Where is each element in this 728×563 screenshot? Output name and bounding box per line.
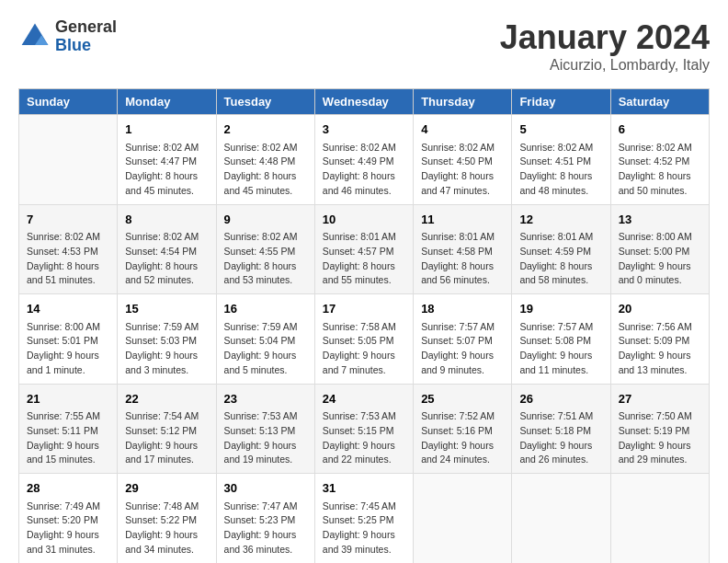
day-number: 18 [421,300,504,318]
day-info: Sunrise: 8:00 AMSunset: 5:00 PMDaylight:… [619,230,701,288]
day-info: Sunrise: 7:54 AMSunset: 5:12 PMDaylight:… [125,409,208,467]
day-info: Sunrise: 7:59 AMSunset: 5:04 PMDaylight:… [224,320,307,378]
calendar-cell: 3Sunrise: 8:02 AMSunset: 4:49 PMDaylight… [314,115,413,205]
calendar-cell: 9Sunrise: 8:02 AMSunset: 4:55 PMDaylight… [216,204,314,294]
day-info: Sunrise: 7:53 AMSunset: 5:15 PMDaylight:… [323,409,405,467]
day-info: Sunrise: 8:00 AMSunset: 5:01 PMDaylight:… [27,320,109,378]
day-number: 30 [224,479,307,498]
calendar-cell: 19Sunrise: 7:57 AMSunset: 5:08 PMDayligh… [512,294,610,385]
day-number: 27 [619,390,701,408]
calendar-cell: 30Sunrise: 7:47 AMSunset: 5:23 PMDayligh… [216,474,314,564]
calendar-week-1: 1Sunrise: 8:02 AMSunset: 4:47 PMDaylight… [19,115,710,205]
day-number: 29 [125,479,208,498]
calendar-cell: 4Sunrise: 8:02 AMSunset: 4:50 PMDaylight… [414,115,512,205]
day-number: 16 [224,300,307,318]
day-info: Sunrise: 7:58 AMSunset: 5:05 PMDaylight:… [323,320,405,378]
day-number: 1 [125,121,208,139]
day-number: 3 [323,121,405,139]
calendar-week-3: 14Sunrise: 8:00 AMSunset: 5:01 PMDayligh… [19,294,710,385]
day-number: 12 [519,211,602,229]
day-number: 8 [125,211,208,229]
calendar-cell: 16Sunrise: 7:59 AMSunset: 5:04 PMDayligh… [216,294,314,385]
day-number: 14 [27,300,109,318]
calendar-cell [19,115,118,205]
day-number: 20 [619,300,701,318]
day-number: 17 [323,300,405,318]
day-number: 10 [323,211,405,229]
weekday-header-monday: Monday [118,89,216,115]
day-info: Sunrise: 7:48 AMSunset: 5:22 PMDaylight:… [125,500,208,557]
day-number: 11 [421,211,504,229]
calendar-cell: 23Sunrise: 7:53 AMSunset: 5:13 PMDayligh… [216,384,314,474]
day-info: Sunrise: 8:01 AMSunset: 4:58 PMDaylight:… [421,230,504,288]
calendar-cell: 7Sunrise: 8:02 AMSunset: 4:53 PMDaylight… [19,204,118,294]
calendar-cell: 13Sunrise: 8:00 AMSunset: 5:00 PMDayligh… [610,204,709,294]
calendar-cell: 11Sunrise: 8:01 AMSunset: 4:58 PMDayligh… [414,204,512,294]
calendar-cell: 21Sunrise: 7:55 AMSunset: 5:11 PMDayligh… [19,384,118,474]
day-info: Sunrise: 8:01 AMSunset: 4:57 PMDaylight:… [323,230,405,288]
day-number: 24 [323,390,405,408]
day-info: Sunrise: 8:02 AMSunset: 4:48 PMDaylight:… [224,141,307,199]
location-subtitle: Aicurzio, Lombardy, Italy [500,57,710,74]
calendar-body: 1Sunrise: 8:02 AMSunset: 4:47 PMDaylight… [19,115,710,564]
day-info: Sunrise: 8:02 AMSunset: 4:47 PMDaylight:… [125,141,208,199]
logo-blue-text: Blue [55,37,117,55]
weekday-header-tuesday: Tuesday [216,89,314,115]
day-info: Sunrise: 8:01 AMSunset: 4:59 PMDaylight:… [519,230,602,288]
logo-icon [18,20,51,53]
day-info: Sunrise: 7:57 AMSunset: 5:08 PMDaylight:… [519,320,602,378]
day-number: 21 [27,390,109,408]
calendar-cell: 18Sunrise: 7:57 AMSunset: 5:07 PMDayligh… [414,294,512,385]
calendar-cell: 5Sunrise: 8:02 AMSunset: 4:51 PMDaylight… [512,115,610,205]
calendar-table: SundayMondayTuesdayWednesdayThursdayFrid… [18,88,710,563]
day-number: 4 [421,121,504,139]
calendar-cell: 24Sunrise: 7:53 AMSunset: 5:15 PMDayligh… [314,384,413,474]
calendar-cell: 8Sunrise: 8:02 AMSunset: 4:54 PMDaylight… [118,204,216,294]
day-number: 19 [519,300,602,318]
day-number: 15 [125,300,208,318]
month-title: January 2024 [500,18,710,57]
logo: General Blue [18,18,117,55]
logo-general-text: General [55,18,117,37]
calendar-cell: 6Sunrise: 8:02 AMSunset: 4:52 PMDaylight… [610,115,709,205]
day-number: 22 [125,390,208,408]
day-info: Sunrise: 8:02 AMSunset: 4:54 PMDaylight:… [125,230,208,288]
calendar-week-2: 7Sunrise: 8:02 AMSunset: 4:53 PMDaylight… [19,204,710,294]
day-number: 5 [519,121,602,139]
day-number: 26 [519,390,602,408]
day-number: 25 [421,390,504,408]
day-info: Sunrise: 8:02 AMSunset: 4:55 PMDaylight:… [224,230,307,288]
calendar-week-4: 21Sunrise: 7:55 AMSunset: 5:11 PMDayligh… [19,384,710,474]
day-number: 9 [224,211,307,229]
calendar-cell: 15Sunrise: 7:59 AMSunset: 5:03 PMDayligh… [118,294,216,385]
day-number: 6 [619,121,701,139]
day-info: Sunrise: 7:52 AMSunset: 5:16 PMDaylight:… [421,409,504,467]
calendar-cell [610,474,709,564]
day-number: 7 [27,211,109,229]
day-info: Sunrise: 7:50 AMSunset: 5:19 PMDaylight:… [619,409,701,467]
calendar-cell: 2Sunrise: 8:02 AMSunset: 4:48 PMDaylight… [216,115,314,205]
calendar-cell [414,474,512,564]
day-number: 2 [224,121,307,139]
calendar-cell [512,474,610,564]
calendar-cell: 29Sunrise: 7:48 AMSunset: 5:22 PMDayligh… [118,474,216,564]
day-info: Sunrise: 7:56 AMSunset: 5:09 PMDaylight:… [619,320,701,378]
day-info: Sunrise: 8:02 AMSunset: 4:49 PMDaylight:… [323,141,405,199]
day-number: 23 [224,390,307,408]
day-number: 31 [323,479,405,498]
page-header: General Blue January 2024 Aicurzio, Lomb… [18,18,710,74]
calendar-cell: 25Sunrise: 7:52 AMSunset: 5:16 PMDayligh… [414,384,512,474]
calendar-cell: 22Sunrise: 7:54 AMSunset: 5:12 PMDayligh… [118,384,216,474]
day-info: Sunrise: 8:02 AMSunset: 4:50 PMDaylight:… [421,141,504,199]
day-number: 13 [619,211,701,229]
day-info: Sunrise: 7:53 AMSunset: 5:13 PMDaylight:… [224,409,307,467]
weekday-header-thursday: Thursday [414,89,512,115]
calendar-cell: 14Sunrise: 8:00 AMSunset: 5:01 PMDayligh… [19,294,118,385]
weekday-header-row: SundayMondayTuesdayWednesdayThursdayFrid… [19,89,710,115]
weekday-header-wednesday: Wednesday [314,89,413,115]
calendar-cell: 1Sunrise: 8:02 AMSunset: 4:47 PMDaylight… [118,115,216,205]
day-info: Sunrise: 7:55 AMSunset: 5:11 PMDaylight:… [27,409,109,467]
calendar-cell: 20Sunrise: 7:56 AMSunset: 5:09 PMDayligh… [610,294,709,385]
day-number: 28 [27,479,109,498]
calendar-header: SundayMondayTuesdayWednesdayThursdayFrid… [19,89,710,115]
